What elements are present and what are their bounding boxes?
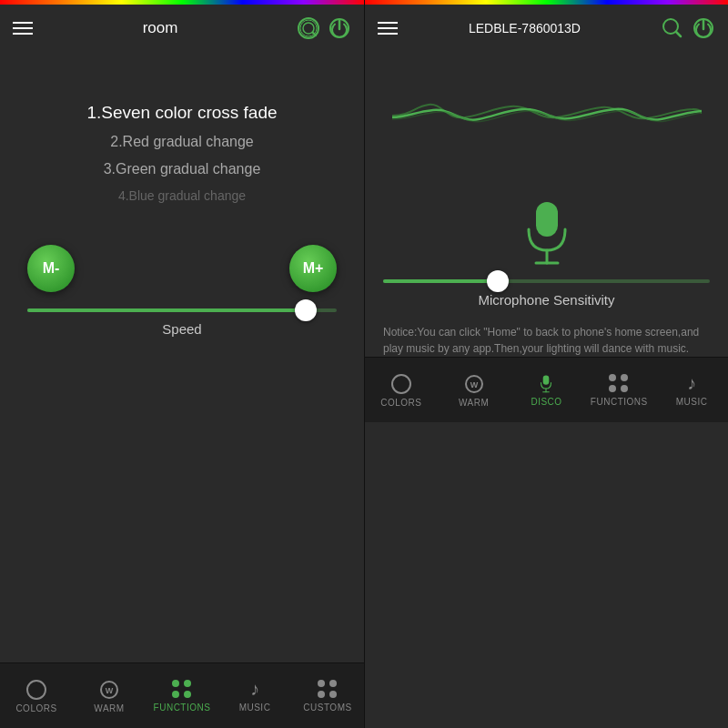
svg-line-10 [676,32,681,36]
music-icon-right: ♪ [687,373,696,394]
music-icon-left: ♪ [250,679,259,700]
nav-label-customs-left: CUSTOMS [303,703,351,713]
clock-icon[interactable] [297,16,320,40]
nav-warm-right[interactable]: W WARM [438,358,511,422]
svg-rect-19 [543,375,550,384]
nav-label-colors-left: COLORS [15,703,56,713]
mode-list: 1.Seven color cross fade 2.Red gradual c… [18,97,346,208]
notice-text: Notice:You can click "Home" to back to p… [365,324,728,357]
speed-label: Speed [27,321,337,337]
nav-label-colors-right: COLORS [380,398,421,408]
menu-icon[interactable] [13,22,33,35]
mic-sensitivity-label: Microphone Sensitivity [383,292,710,308]
mode-plus-button[interactable]: M+ [289,245,337,292]
warm-icon-right: W [463,373,485,395]
left-bottom-nav: COLORS W WARM FUNCTIONS ♪ MUSIC C [0,662,364,728]
left-header: room [0,5,364,52]
nav-label-functions-left: FUNCTIONS [154,703,211,713]
mode-item-2[interactable]: 2.Red gradual change [18,128,346,156]
nav-music-left[interactable]: ♪ MUSIC [218,663,291,728]
nav-customs-left[interactable]: CUSTOMS [291,663,364,728]
speed-slider-container: Speed [18,308,346,337]
mic-slider-fill [383,279,498,283]
mode-buttons: M- M+ [18,245,346,292]
waveform-area [365,61,728,170]
speed-slider-fill [27,308,306,312]
left-panel: room 1.Seven color cross fade 2.Red grad… [0,0,364,728]
microphone-icon [520,197,574,270]
right-bottom-nav: COLORS W WARM DISCO FUNCTIONS [365,357,728,422]
nav-label-music-right: MUSIC [676,397,708,407]
nav-functions-left[interactable]: FUNCTIONS [146,663,218,728]
nav-label-warm-right: WARM [459,398,489,408]
right-header: LEDBLE-7860013D [365,5,728,52]
warm-icon-left: W [98,679,120,701]
mic-slider-thumb[interactable] [487,270,509,292]
right-panel: LEDBLE-7860013D [364,0,728,728]
nav-colors-left[interactable]: COLORS [0,663,73,728]
nav-label-music-left: MUSIC [239,703,271,713]
mic-slider-track[interactable] [383,279,710,283]
nav-music-right[interactable]: ♪ MUSIC [655,358,728,422]
functions-icon-right [609,374,629,394]
power-icon-right[interactable] [692,16,715,40]
speed-slider-thumb[interactable] [295,299,317,321]
nav-label-warm-left: WARM [94,703,124,713]
right-title: LEDBLE-7860013D [398,21,652,35]
left-title: room [33,19,288,37]
svg-text:W: W [106,686,114,695]
clock-icon-right[interactable] [661,16,684,40]
mode-item-4[interactable]: 4.Blue gradual change [18,183,346,208]
power-icon[interactable] [328,16,351,40]
speed-slider-track[interactable] [27,308,337,312]
nav-label-functions-right: FUNCTIONS [591,397,648,407]
svg-point-16 [392,375,410,393]
customs-icon-left [318,680,338,700]
mode-item-1[interactable]: 1.Seven color cross fade [18,97,346,128]
mic-slider-container: Microphone Sensitivity [365,279,728,308]
disco-mic-icon [536,374,556,394]
mode-minus-button[interactable]: M- [27,245,75,292]
svg-rect-13 [536,202,558,237]
nav-warm-left[interactable]: W WARM [73,663,146,728]
left-main-content: 1.Seven color cross fade 2.Red gradual c… [0,52,364,662]
nav-label-disco-right: DISCO [531,397,561,407]
mic-area [365,197,728,270]
svg-point-6 [27,681,46,699]
menu-icon-right[interactable] [378,22,398,35]
svg-text:W: W [470,380,478,389]
nav-disco-right[interactable]: DISCO [511,358,583,422]
waveform-svg [392,79,702,152]
nav-colors-right[interactable]: COLORS [365,358,438,422]
mode-item-3[interactable]: 3.Green gradual change [18,156,346,183]
colors-icon-right [390,373,412,395]
colors-icon-left [25,679,47,701]
functions-icon-left [172,680,192,700]
nav-functions-right[interactable]: FUNCTIONS [582,358,655,422]
